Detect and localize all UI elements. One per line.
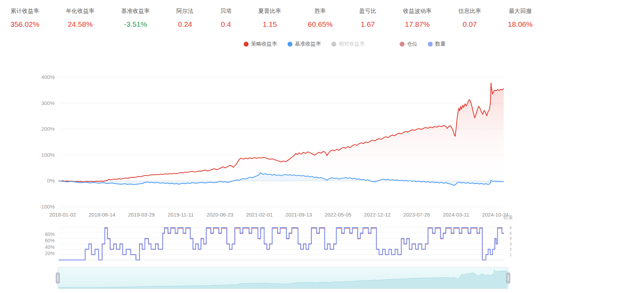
- position-chart-plot-area[interactable]: [58, 227, 504, 261]
- datazoom: [56, 267, 510, 289]
- qty-ytick-label: 1: [510, 253, 512, 257]
- pos-ytick-label: 80%: [45, 231, 55, 237]
- main-ytick-label: -100%: [40, 204, 55, 210]
- main-xtick-label: 2023-07-26: [403, 212, 430, 218]
- main-xtick-label: 2021-02-01: [246, 212, 273, 218]
- main-xtick-label: 2019-11-11: [168, 212, 194, 218]
- backtest-dashboard: 累计收益率356.02%年化收益率24.58%基准收益率-3.51%阿尔法0.2…: [0, 0, 644, 293]
- qty-ytick-label: 2: [510, 247, 512, 251]
- qty-ytick-label: 6: [510, 226, 512, 230]
- main-xtick-label: 2021-09-13: [285, 212, 312, 218]
- main-xtick-label: 2020-06-23: [207, 212, 234, 218]
- qty-ytick-label: 3: [510, 242, 512, 246]
- main-xtick-label: 2018-08-14: [89, 212, 116, 218]
- position-chart: 80%60%40%20%654321数量: [45, 214, 513, 261]
- pos-ytick-label: 20%: [45, 251, 55, 256]
- qty-axis-name: 数量: [503, 214, 513, 220]
- main-ytick-label: 100%: [41, 152, 55, 158]
- main-xtick-label: 2018-01-02: [49, 212, 76, 218]
- main-ytick-label: 0%: [47, 178, 55, 184]
- main-xtick-label: 2022-05-05: [325, 212, 352, 218]
- charts-canvas: 400%300%200%100%0%-100%2018-01-022018-08…: [0, 0, 644, 293]
- pos-ytick-label: 40%: [45, 244, 55, 250]
- main-xtick-label: 2024-03-11: [443, 212, 469, 218]
- main-xtick-label: 2019-03-29: [128, 212, 155, 218]
- pos-ytick-label: 60%: [45, 238, 55, 243]
- main-ytick-label: 400%: [41, 74, 55, 80]
- main-ytick-label: 300%: [41, 100, 55, 106]
- qty-ytick-label: 4: [510, 237, 512, 241]
- main-chart: 400%300%200%100%0%-100%2018-01-022018-08…: [40, 68, 509, 218]
- main-chart-plot-area[interactable]: [58, 68, 504, 207]
- main-xtick-label: 2022-12-12: [364, 212, 391, 218]
- qty-ytick-label: 5: [510, 231, 512, 235]
- main-ytick-label: 200%: [41, 126, 55, 132]
